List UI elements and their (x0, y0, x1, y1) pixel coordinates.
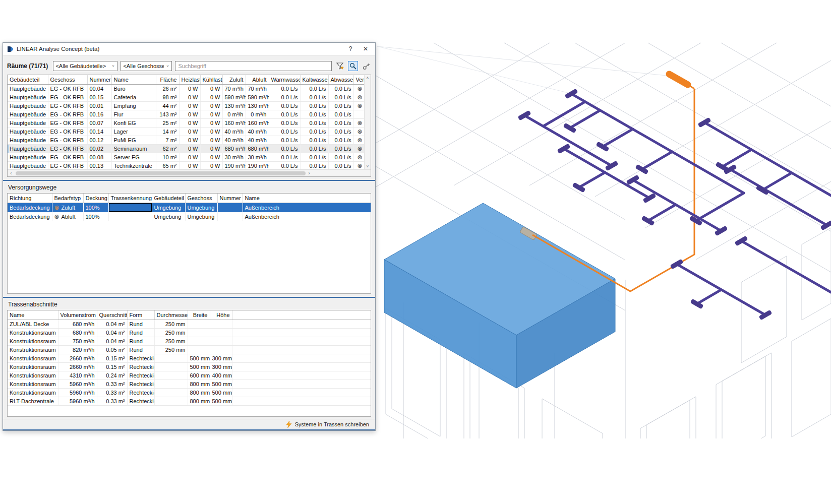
column-header[interactable]: Volumenstrom (58, 310, 97, 320)
table-cell-focused[interactable] (108, 203, 152, 212)
column-header[interactable]: Warmwasser (269, 75, 300, 85)
column-header[interactable] (232, 310, 371, 320)
table-cell: 190 m³/h (246, 162, 269, 170)
column-header[interactable]: Abluft (246, 75, 269, 85)
search-input[interactable] (175, 61, 331, 71)
table-row[interactable]: RLT-Dachzentrale5960 m³/h0.33 m²Rechteck… (8, 397, 371, 406)
column-header[interactable]: Name (243, 194, 371, 203)
column-header[interactable]: Name (8, 310, 58, 320)
table-row[interactable]: HauptgebäudeEG - OK RFB00.08Server EG10 … (8, 153, 366, 162)
scroll-right-icon[interactable] (306, 170, 313, 176)
trassen-header-row: NameVolumenstromQuerschnittFormDurchmess… (8, 310, 371, 320)
selected-room-box[interactable] (384, 203, 615, 388)
magnifier-icon (349, 62, 357, 70)
table-cell: 7 m² (156, 136, 179, 145)
close-button[interactable]: ✕ (358, 43, 373, 54)
table-cell: 26 m² (156, 85, 179, 93)
table-cell: 0.0 L/s (269, 128, 300, 136)
column-header[interactable]: Deckung (83, 194, 108, 203)
table-cell: 680 m³/h (58, 320, 97, 329)
table-row[interactable]: Konstruktionsraum4310 m³/h0.24 m²Rechtec… (8, 371, 371, 380)
table-cell (232, 346, 371, 354)
table-row[interactable]: HauptgebäudeEG - OK RFB00.04Büro26 m²0 W… (8, 85, 366, 93)
rooms-horizontal-scrollbar[interactable] (8, 169, 371, 176)
table-row[interactable]: Konstruktionsraum2660 m³/h0.15 m²Rechtec… (8, 363, 371, 371)
column-header[interactable]: Richtung (8, 194, 52, 203)
table-row[interactable]: HauptgebäudeEG - OK RFB00.14Lager14 m²0 … (8, 128, 366, 136)
scrollbar-thumb[interactable] (16, 171, 306, 175)
dialog-bottom-edge (3, 429, 375, 430)
table-cell: 160 m³/h (222, 119, 246, 128)
scroll-up-icon[interactable] (366, 75, 369, 81)
table-cell: 143 m² (156, 110, 179, 119)
table-cell: Umgebung (185, 212, 217, 221)
filter-warning-button[interactable] (335, 61, 345, 71)
column-header[interactable]: Höhe (210, 310, 232, 320)
table-row[interactable]: Konstruktionsraum680 m³/h0.04 m²Rund250 … (8, 329, 371, 337)
search-toggle-button[interactable] (348, 61, 358, 71)
floors-dropdown[interactable]: <Alle Geschosse> (121, 61, 172, 71)
column-header[interactable]: Nummer (217, 194, 243, 203)
help-button[interactable]: ? (343, 43, 358, 54)
table-cell: 0.05 m² (97, 346, 127, 354)
column-header[interactable]: Heizlast (179, 75, 200, 85)
column-header[interactable]: Name (111, 75, 156, 85)
table-row[interactable]: HauptgebäudeEG - OK RFB00.16Flur143 m²0 … (8, 110, 366, 119)
table-cell (108, 212, 152, 221)
column-header[interactable]: Bedarfstyp (52, 194, 83, 203)
table-cell (154, 397, 188, 406)
table-row[interactable]: ZUL/ABL Decke680 m³/h0.04 m²Rund250 mm (8, 320, 371, 329)
building-parts-dropdown[interactable]: <Alle Gebäudeteile> (53, 61, 117, 71)
table-row[interactable]: HauptgebäudeEG - OK RFB00.02Seminarraum6… (8, 145, 366, 153)
table-row[interactable]: Konstruktionsraum750 m³/h0.04 m²Rund250 … (8, 337, 371, 346)
table-row[interactable]: HauptgebäudeEG - OK RFB00.12PuMi EG7 m²0… (8, 136, 366, 145)
write-systems-action[interactable]: Systeme in Trassen schreiben (295, 421, 369, 427)
column-header[interactable]: Nummer (87, 75, 111, 85)
section-splitter[interactable] (3, 180, 375, 181)
section-splitter[interactable] (3, 297, 375, 298)
table-row[interactable]: HauptgebäudeEG - OK RFB00.13Technikzentr… (8, 162, 366, 170)
table-cell: 40 m³/h (246, 136, 269, 145)
column-header[interactable]: Geschoss (185, 194, 217, 203)
pin-settings-button[interactable] (361, 61, 371, 71)
column-header[interactable]: Trassenkennung (108, 194, 152, 203)
table-cell: 800 mm (188, 397, 210, 406)
column-header[interactable]: Querschnitt (97, 310, 127, 320)
table-row[interactable]: Konstruktionsraum820 m³/h0.05 m²Rund250 … (8, 346, 371, 354)
column-header[interactable]: Kaltwasser (300, 75, 328, 85)
table-row[interactable]: Konstruktionsraum5960 m³/h0.33 m²Rechtec… (8, 389, 371, 397)
app-canvas: { "window": { "title": "LINEAR Analyse C… (0, 0, 831, 504)
table-row[interactable]: HauptgebäudeEG - OK RFB00.07Konfi EG25 m… (8, 119, 366, 128)
column-header[interactable]: Durchmesser (154, 310, 188, 320)
table-cell: ZUL/ABL Decke (8, 320, 58, 329)
column-header[interactable]: Breite (188, 310, 210, 320)
column-header[interactable]: Gebäudeteil (8, 75, 48, 85)
table-row[interactable]: HauptgebäudeEG - OK RFB00.01Empfang44 m²… (8, 102, 366, 110)
table-cell: 0.0 L/s (328, 85, 353, 93)
table-cell: Hauptgebäude (8, 162, 48, 170)
cad-3d-viewport[interactable] (373, 40, 831, 438)
column-header[interactable]: Fläche (156, 75, 179, 85)
table-row[interactable]: HauptgebäudeEG - OK RFB00.15Cafeteria98 … (8, 93, 366, 102)
column-header[interactable]: Kühllast (200, 75, 222, 85)
column-header[interactable]: Form (127, 310, 154, 320)
column-header[interactable]: Abwasser (328, 75, 353, 85)
scroll-down-icon[interactable] (366, 163, 369, 169)
table-cell: 00.16 (87, 110, 111, 119)
column-header[interactable]: Gebäudeteil (152, 194, 185, 203)
table-cell: Hauptgebäude (8, 102, 48, 110)
table-cell: 0 m³/h (222, 110, 246, 119)
table-cell: 5960 m³/h (58, 397, 97, 406)
table-row[interactable]: Konstruktionsraum5960 m³/h0.33 m²Rechtec… (8, 380, 371, 389)
column-header[interactable]: Zuluft (222, 75, 246, 85)
table-row[interactable]: Bedarfsdeckung Abluft 100% Umgebung Umge… (8, 212, 371, 221)
scroll-left-icon[interactable] (8, 170, 15, 176)
table-cell: Hauptgebäude (8, 85, 48, 93)
column-header[interactable]: Geschoss (48, 75, 87, 85)
table-row[interactable]: Konstruktionsraum2660 m³/h0.15 m²Rechtec… (8, 354, 371, 363)
table-row[interactable]: Bedarfsdeckung Zuluft 100% Umgebung Umge… (8, 203, 371, 212)
table-cell (210, 337, 232, 346)
dialog-titlebar[interactable]: LINEAR Analyse Concept (beta) ? ✕ (3, 43, 375, 55)
linear-analyse-dialog: LINEAR Analyse Concept (beta) ? ✕ Räume … (3, 42, 376, 431)
rooms-vertical-scrollbar[interactable] (364, 75, 371, 169)
